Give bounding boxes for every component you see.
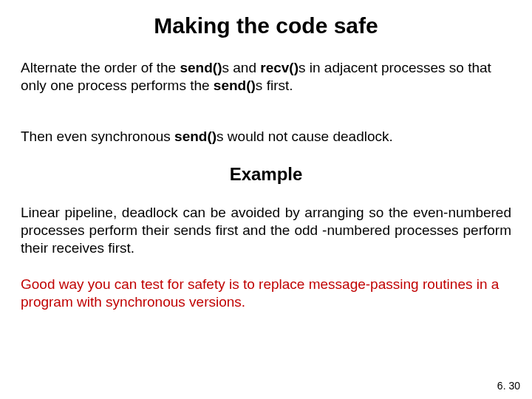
text: s would not cause deadlock. xyxy=(216,129,393,144)
slide-number: 6. 30 xyxy=(497,380,520,392)
slide-title: Making the code safe xyxy=(21,13,511,38)
code-send: send() xyxy=(180,60,222,75)
code-send: send() xyxy=(174,129,216,144)
subheading-example: Example xyxy=(21,163,511,186)
text: s and xyxy=(222,60,260,75)
slide-body: Alternate the order of the send()s and r… xyxy=(21,59,511,311)
paragraph-1: Alternate the order of the send()s and r… xyxy=(21,59,511,95)
paragraph-3: Linear pipeline, deadlock can be avoided… xyxy=(21,204,511,258)
code-send: send() xyxy=(214,78,256,93)
paragraph-4-highlight: Good way you can test for safety is to r… xyxy=(21,276,511,312)
code-recv: recv() xyxy=(260,60,299,75)
text: s first. xyxy=(256,78,293,93)
text: Then even synchronous xyxy=(21,129,174,144)
paragraph-2: Then even synchronous send()s would not … xyxy=(21,128,511,146)
slide: Making the code safe Alternate the order… xyxy=(0,0,532,399)
text: Alternate the order of the xyxy=(21,60,180,75)
